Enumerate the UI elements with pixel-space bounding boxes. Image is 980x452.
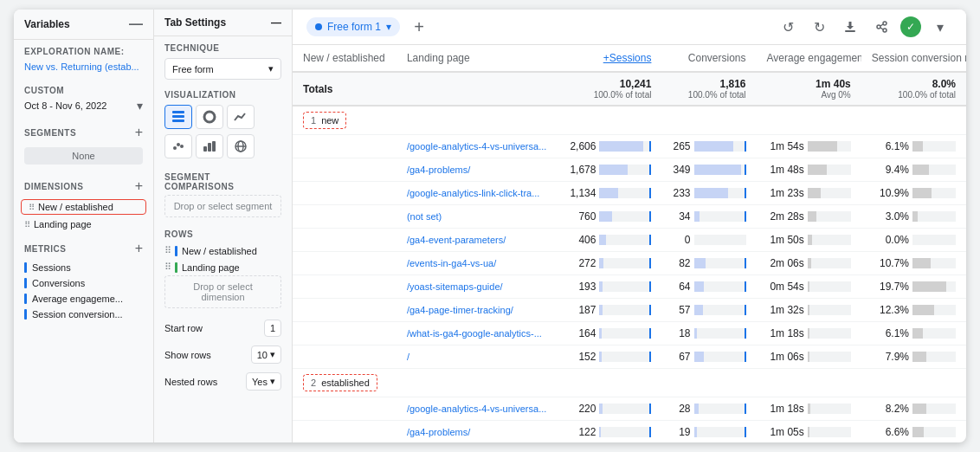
viz-donut-btn[interactable] (196, 105, 223, 129)
cell-segment (293, 135, 397, 158)
drop-dimension-zone[interactable]: Drop or select dimension (164, 275, 281, 308)
add-metric-icon[interactable]: + (135, 241, 143, 256)
add-segment-icon[interactable]: + (135, 125, 143, 140)
cell-segment (293, 182, 397, 205)
tab-chevron: ▾ (386, 21, 391, 33)
svg-point-16 (883, 22, 887, 25)
cell-landing-page[interactable]: /ga4-event-parameters/ (397, 229, 558, 252)
cell-landing-page[interactable]: /google-analytics-link-click-tra... (397, 182, 558, 205)
redo-button[interactable]: ↻ (807, 15, 831, 39)
table-row[interactable]: /events-in-ga4-vs-ua/ 272 82 2m 06s (293, 252, 966, 275)
nested-rows-dropdown[interactable]: Yes ▾ (246, 372, 281, 391)
viz-scatter-btn[interactable] (164, 134, 192, 158)
visualization-section: VISUALIZATION (154, 83, 292, 167)
viz-table-btn[interactable] (164, 105, 192, 129)
free-form-tab[interactable]: Free form 1 ▾ (306, 17, 400, 36)
table-row[interactable]: /google-analytics-4-vs-universa... 2,606… (293, 135, 966, 158)
cell-landing-page[interactable]: /google-analytics-4-vs-universa... (397, 397, 558, 421)
viz-globe-btn[interactable] (227, 134, 255, 158)
cell-conversions: 57 (661, 299, 756, 322)
cell-landing-page[interactable]: (not set) (397, 205, 558, 229)
metric-item-conversions[interactable]: Conversions (14, 275, 153, 291)
cell-landing-page[interactable]: /ga4-problems/ (397, 421, 558, 443)
table-row[interactable]: /yoast-sitemaps-guide/ 193 64 0m 54s (293, 275, 966, 299)
download-button[interactable] (838, 15, 862, 39)
metric-label: Session conversion... (32, 309, 123, 320)
table-row[interactable]: /ga4-problems/ 122 19 1m 05s (293, 421, 966, 443)
share-button[interactable] (869, 15, 893, 39)
metrics-header: METRICS + (14, 236, 153, 260)
cell-conversions: 19 (661, 421, 756, 443)
add-dimension-icon[interactable]: + (135, 178, 143, 194)
undo-button[interactable]: ↺ (776, 15, 800, 39)
nested-rows-label: Nested rows (164, 377, 217, 387)
table-row[interactable]: (not set) 760 34 2m 28s (293, 205, 966, 229)
cell-avg-engagement: 2m 28s (757, 205, 861, 229)
drag-handle-icon: ⠿ (29, 203, 35, 212)
date-range-selector[interactable]: Oct 8 - Nov 6, 2022 ▾ (14, 97, 153, 119)
rows-drag-icon: ⠿ (164, 245, 171, 256)
col-sessions[interactable]: +Sessions (558, 45, 661, 72)
tab-dot (315, 23, 322, 30)
cell-landing-page[interactable]: /ga4-problems/ (397, 158, 558, 182)
variables-collapse-icon[interactable]: — (129, 16, 143, 32)
cell-avg-engagement: 1m 18s (757, 397, 861, 421)
cell-landing-page[interactable]: /what-is-ga4-google-analytics-... (397, 322, 558, 345)
table-row[interactable]: /ga4-event-parameters/ 406 0 1m 50s (293, 229, 966, 252)
svg-point-4 (208, 115, 211, 119)
cell-avg-engagement: 1m 54s (757, 135, 861, 158)
start-row-value: 1 (270, 323, 275, 333)
main-content: Free form 1 ▾ + ↺ ↻ ✓ ▾ (293, 10, 966, 442)
technique-dropdown[interactable]: Free form ▾ (164, 58, 281, 80)
table-row[interactable]: /google-analytics-4-vs-universa... 220 2… (293, 397, 966, 421)
nested-rows-setting: Nested rows Yes ▾ (154, 368, 292, 395)
metric-item-avg-engagement[interactable]: Average engageme... (14, 291, 153, 307)
metric-bar (24, 309, 27, 320)
col-session-conversion: Session conversion rate (861, 45, 966, 72)
rows-item-new-established[interactable]: ⠿ New / established (154, 242, 292, 259)
segment2-badge: 2 established (303, 374, 377, 391)
cell-landing-page[interactable]: /ga4-page-timer-tracking/ (397, 299, 558, 322)
show-rows-dropdown[interactable]: 10 ▾ (251, 345, 281, 364)
cell-sessions: 2,606 (558, 135, 661, 158)
metric-item-session-conversion[interactable]: Session conversion... (14, 307, 153, 322)
show-rows-chevron: ▾ (270, 349, 275, 360)
table-row[interactable]: / 152 67 1m 06s (293, 345, 966, 369)
tab-label: Free form 1 (327, 21, 381, 33)
drop-segment-zone[interactable]: Drop or select segment (164, 195, 281, 217)
cell-sessions: 164 (558, 322, 661, 345)
cell-segment (293, 252, 397, 275)
table-row[interactable]: /google-analytics-link-click-tra... 1,13… (293, 182, 966, 205)
svg-rect-1 (172, 115, 184, 118)
metric-item-sessions[interactable]: Sessions (14, 260, 153, 275)
cell-session-conversion: 19.7% (861, 275, 966, 299)
cell-avg-engagement: 1m 48s (757, 158, 861, 182)
dimension-item-landing-page[interactable]: ⠿ Landing page (14, 216, 153, 232)
cell-landing-page[interactable]: /google-analytics-4-vs-universa... (397, 135, 558, 158)
tab-settings-header: Tab Settings — (154, 10, 292, 36)
cell-session-conversion: 7.9% (861, 345, 966, 369)
table-row[interactable]: /ga4-problems/ 1,678 349 1m 48s (293, 158, 966, 182)
svg-rect-10 (212, 141, 216, 152)
add-tab-button[interactable]: + (407, 15, 431, 39)
dimension-item-new-established[interactable]: ⠿ New / established (21, 199, 146, 215)
start-row-dropdown[interactable]: 1 (264, 320, 281, 337)
tab-settings-collapse-icon[interactable]: — (271, 16, 281, 29)
svg-point-17 (883, 29, 887, 32)
cell-landing-page[interactable]: /events-in-ga4-vs-ua/ (397, 252, 558, 275)
exploration-name-value[interactable]: New vs. Returning (estab... (14, 58, 153, 79)
rows-item-landing-page[interactable]: ⠿ Landing page (154, 259, 292, 275)
cell-avg-engagement: 1m 32s (757, 299, 861, 322)
more-options-button[interactable]: ▾ (928, 15, 952, 39)
svg-line-19 (880, 28, 883, 29)
viz-line-btn[interactable] (227, 105, 255, 129)
table-row[interactable]: /what-is-ga4-google-analytics-... 164 18 (293, 322, 966, 345)
cell-landing-page[interactable]: / (397, 345, 558, 369)
cell-landing-page[interactable]: /yoast-sitemaps-guide/ (397, 275, 558, 299)
drag-handle-icon: ⠿ (24, 220, 30, 229)
exploration-name-label: Exploration Name: (14, 40, 153, 58)
table-row[interactable]: /ga4-page-timer-tracking/ 187 57 1m (293, 299, 966, 322)
viz-bar-btn[interactable] (196, 134, 223, 158)
cell-segment (293, 421, 397, 443)
cell-conversions: 265 (661, 135, 756, 158)
